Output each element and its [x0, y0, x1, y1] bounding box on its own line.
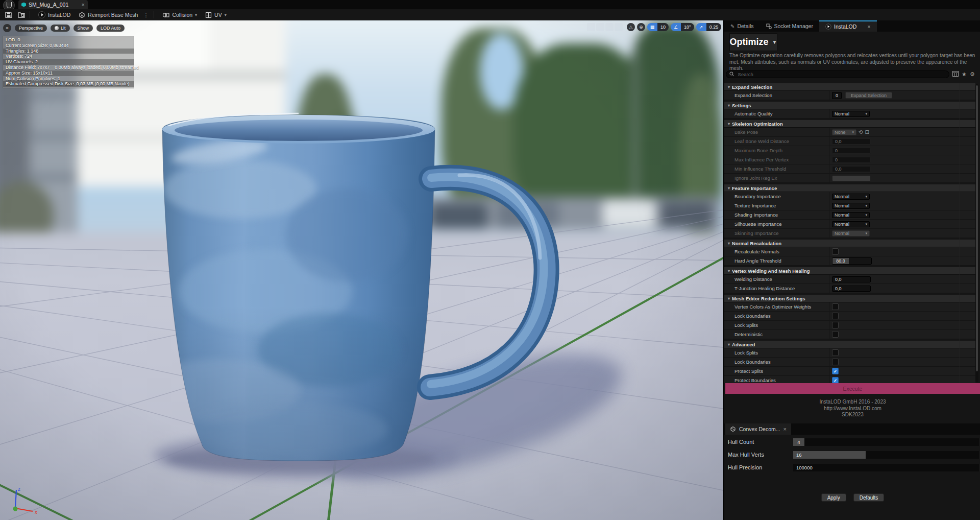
checkbox[interactable] [832, 349, 839, 356]
section-header[interactable]: ▾Settings [724, 102, 975, 109]
dropdown-value: Normal [835, 203, 849, 208]
dropdown-select[interactable]: Normal▾ [832, 230, 870, 237]
dropdown-select[interactable]: Normal▾ [832, 212, 870, 218]
panel-tabbar: ✎ Details Socket Manager InstaLOD × [724, 20, 980, 32]
scale-snap-control[interactable]: ↗ 0.25 [696, 23, 722, 31]
numeric-input[interactable]: 0,0 [832, 286, 871, 292]
save-icon[interactable] [5, 11, 13, 19]
scale-snap-value[interactable]: 0.25 [706, 23, 722, 31]
checkbox[interactable] [832, 303, 839, 310]
rotation-snap-value[interactable]: 10° [681, 23, 694, 31]
panel-scrollbar[interactable] [975, 84, 978, 382]
dropdown-select[interactable]: Normal▾ [832, 203, 870, 209]
section-header[interactable]: ▾Advanced [724, 341, 975, 348]
section-header[interactable]: ▾Skeleton Optimization [724, 120, 975, 128]
close-tab-icon[interactable]: × [82, 2, 85, 7]
select-tool-icon[interactable] [587, 23, 595, 31]
transform-tools-group[interactable] [587, 23, 623, 31]
section-header[interactable]: ▾Mesh Editor Reduction Settings [724, 295, 975, 302]
rotate-tool-icon[interactable] [605, 23, 614, 31]
show-menu-button[interactable]: Show [74, 25, 93, 32]
pencil-icon: ✎ [730, 23, 734, 29]
execute-button[interactable]: Execute [725, 383, 980, 394]
section-header[interactable]: ▾Vertex Welding And Mesh Healing [724, 267, 975, 275]
section-header[interactable]: ▾Feature Importance [724, 184, 975, 192]
tab-details[interactable]: ✎ Details [724, 20, 760, 32]
property-label: Ignore Joint Reg Ex [734, 175, 777, 181]
surface-snapping-icon[interactable]: ⊕ [637, 23, 645, 31]
numeric-input[interactable]: 0,0 [832, 166, 871, 172]
defaults-button[interactable]: Defaults [853, 493, 885, 502]
dropdown-select[interactable]: Normal▾ [832, 194, 870, 200]
property-row: Texture ImportanceNormal▾ [724, 201, 975, 210]
apply-button[interactable]: Apply [821, 493, 846, 502]
search-input[interactable] [737, 71, 946, 78]
tab-convex-decomposition[interactable]: Convex Decom... × [725, 423, 791, 435]
expand-selection-button[interactable]: Expand Selection [845, 92, 892, 99]
property-label: Lock Splits [734, 350, 758, 356]
dropdown-select[interactable]: Normal▾ [832, 111, 870, 117]
rotation-snap-icon[interactable]: ∠ [671, 23, 681, 31]
numeric-input[interactable]: 0 [832, 148, 871, 154]
property-value-column [829, 312, 975, 320]
browse-to-asset-icon[interactable] [17, 11, 26, 19]
numeric-input[interactable]: 0 [832, 157, 871, 163]
checkbox[interactable]: ✓ [832, 377, 839, 383]
section-header[interactable]: ▾Normal Recalculation [724, 240, 975, 247]
browse-asset-icon[interactable]: ⊡ [865, 129, 869, 135]
coordinate-system-icon[interactable]: △ [627, 23, 635, 31]
close-tab-icon[interactable]: × [867, 24, 870, 29]
checkbox[interactable] [832, 322, 839, 328]
collision-menu-button[interactable]: Collision▾ [158, 9, 201, 20]
dropdown-select[interactable]: None▾ [832, 129, 856, 135]
tab-socket-manager[interactable]: Socket Manager [760, 20, 819, 32]
reimport-base-mesh-button[interactable]: Reimport Base Mesh [75, 9, 142, 20]
lod-auto-button[interactable]: LOD Auto [96, 25, 125, 32]
scrollbar-thumb[interactable] [976, 85, 978, 371]
convex-slider[interactable]: 4 [793, 438, 979, 446]
section-header[interactable]: ▾Expand Selection [724, 83, 975, 91]
property-row: Boundary ImportanceNormal▾ [724, 192, 975, 201]
document-tab[interactable]: SM_Mug_A_001 × [18, 0, 88, 9]
viewport-menu-icon[interactable]: ≡ [3, 24, 11, 32]
checkbox[interactable] [832, 359, 839, 365]
dropdown-select[interactable]: Normal▾ [832, 221, 870, 227]
search-box[interactable] [726, 70, 949, 78]
checkbox[interactable] [832, 313, 839, 319]
grid-snap-icon[interactable]: ▦ [647, 23, 657, 31]
expand-selection-count-input[interactable]: 0 [832, 92, 842, 99]
checkbox[interactable] [832, 331, 839, 338]
instalod-toolbar-button[interactable]: InstaLOD [34, 9, 75, 20]
move-tool-icon[interactable] [596, 23, 604, 31]
stat-line: Current Screen Size: 0,863484 [3, 43, 134, 49]
property-row: Maximum Bone Depth0 [724, 146, 975, 155]
numeric-input[interactable]: 0,0 [832, 138, 871, 145]
grid-snap-control[interactable]: ▦ 10 [647, 23, 669, 31]
column-view-icon[interactable] [952, 71, 959, 78]
slider-input[interactable]: 80,0 [832, 257, 872, 265]
chevron-down-icon: ▾ [728, 103, 730, 108]
use-selected-asset-icon[interactable]: ⟲ [859, 129, 863, 135]
scale-tool-icon[interactable] [615, 23, 623, 31]
checkbox[interactable] [832, 248, 839, 255]
lit-mode-button[interactable]: Lit [51, 25, 70, 32]
perspective-button[interactable]: Perspective [15, 25, 47, 32]
rotation-snap-control[interactable]: ∠ 10° [671, 23, 694, 31]
checkbox[interactable]: ✓ [832, 368, 839, 374]
property-label: Expand Selection [734, 92, 772, 98]
grid-snap-value[interactable]: 10 [657, 23, 669, 31]
reimport-options-kebab-icon[interactable]: ⋮ [142, 12, 150, 18]
uv-menu-button[interactable]: UV▾ [201, 9, 231, 20]
close-tab-icon[interactable]: × [783, 427, 787, 432]
convex-slider[interactable]: 100000 [793, 464, 979, 471]
tab-instalod[interactable]: InstaLOD × [819, 20, 877, 32]
text-input[interactable] [832, 175, 871, 181]
favorites-icon[interactable]: ★ [962, 71, 967, 78]
numeric-input[interactable]: 0,0 [832, 276, 871, 282]
property-value-column: Normal▾ [829, 192, 975, 201]
convex-slider[interactable]: 16 [793, 451, 979, 459]
scale-snap-icon[interactable]: ↗ [696, 23, 706, 31]
settings-gear-icon[interactable]: ⚙ [970, 71, 975, 78]
3d-viewport[interactable]: ≡ Perspective Lit Show LOD Auto LOD: 0Cu… [0, 20, 723, 520]
operation-selector[interactable]: Optimize▼ [729, 33, 777, 51]
